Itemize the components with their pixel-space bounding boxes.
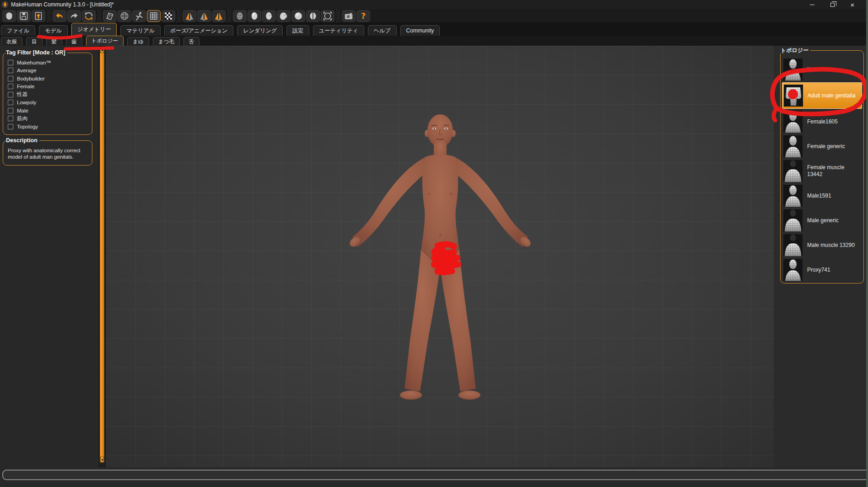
sub-tab-6[interactable]: まつ毛 xyxy=(153,37,180,46)
checkbox[interactable] xyxy=(8,60,13,65)
undo-button[interactable] xyxy=(53,10,66,22)
view-face-button[interactable] xyxy=(233,10,247,22)
menu-tab-7[interactable]: ユーティリティ xyxy=(313,25,364,36)
toolbar-separator xyxy=(336,10,340,22)
close-button[interactable]: × xyxy=(842,0,863,9)
checkbox[interactable] xyxy=(8,108,13,113)
tag-filter-row: Male xyxy=(7,107,88,115)
left-panel: Tag Filter [Mode : OR] Makehuman™Average… xyxy=(0,46,98,467)
tag-filter-row: Lowpoly xyxy=(7,99,88,107)
view-three-quarter-button[interactable] xyxy=(262,10,276,22)
symmetry-right-button[interactable] xyxy=(197,10,211,22)
menu-tab-3[interactable]: マテリアル xyxy=(120,25,160,36)
sub-tab-1[interactable]: 目 xyxy=(26,37,43,46)
view-smooth-button[interactable] xyxy=(248,10,261,22)
makehuman-logo-icon xyxy=(2,1,8,8)
restore-button[interactable] xyxy=(822,0,842,9)
checkbox-label: 筋肉 xyxy=(17,115,27,122)
figure-icon xyxy=(134,11,144,21)
reload-icon xyxy=(84,11,94,21)
pose-mode-button[interactable] xyxy=(132,10,146,22)
screen-edge-strip xyxy=(866,0,868,487)
tag-filter-row: Bodybuilder xyxy=(7,75,88,83)
main-toolbar: ? xyxy=(0,9,868,22)
sub-tab-2[interactable]: 髪 xyxy=(46,37,63,46)
frame-circle-icon xyxy=(323,11,333,21)
split-oval-icon xyxy=(308,11,318,21)
sub-tab-3[interactable]: 歯 xyxy=(66,37,82,46)
save-icon xyxy=(19,11,29,21)
menu-tab-1[interactable]: モデル xyxy=(39,25,68,36)
view-profile-button[interactable] xyxy=(277,10,291,22)
sub-tab-7[interactable]: 舌 xyxy=(183,37,200,46)
toolbar-separator xyxy=(97,10,101,22)
texture-checker-button[interactable] xyxy=(162,10,175,22)
checkbox-label: 性器 xyxy=(17,91,27,98)
human-model[interactable] xyxy=(344,113,536,406)
mirror-left-icon xyxy=(184,11,194,21)
reload-button[interactable] xyxy=(82,10,96,22)
topology-item-male-generic[interactable]: Male generic xyxy=(782,208,863,233)
checkbox[interactable] xyxy=(8,68,13,73)
status-input[interactable] xyxy=(2,470,868,480)
torso-mesh-thumbnail xyxy=(783,234,803,256)
status-area xyxy=(0,467,868,487)
wireframe-button[interactable] xyxy=(118,10,131,22)
grid-icon xyxy=(149,11,159,21)
head-profile-icon xyxy=(279,11,289,21)
topology-item-none[interactable]: None xyxy=(782,57,863,82)
menu-tab-2[interactable]: ジオメトリー xyxy=(71,23,117,36)
scrollbar-top-handle[interactable] xyxy=(100,48,104,53)
help-button[interactable]: ? xyxy=(356,10,370,22)
checkbox[interactable] xyxy=(8,84,13,89)
checkbox[interactable] xyxy=(8,92,13,97)
checkbox[interactable] xyxy=(8,124,13,129)
tag-filter-row: Topology xyxy=(7,123,88,131)
topology-item-female-muscle-13442[interactable]: Female muscle 13442 xyxy=(782,159,863,183)
menu-tab-0[interactable]: ファイル xyxy=(1,25,35,36)
view-split-button[interactable] xyxy=(306,10,320,22)
topology-item-label: Male muscle 13290 xyxy=(807,242,861,249)
viewport-3d[interactable] xyxy=(106,46,774,467)
topology-item-male-muscle-13290[interactable]: Male muscle 13290 xyxy=(782,233,863,257)
topology-item-male1591[interactable]: Male1591 xyxy=(782,183,863,208)
export-model-button[interactable] xyxy=(32,10,45,22)
close-icon: × xyxy=(851,1,855,8)
minimize-button[interactable] xyxy=(802,0,822,9)
title-bar: MakeHuman Community 1.3.0 - [Untitled]* … xyxy=(0,0,868,9)
sub-tab-0[interactable]: 衣服 xyxy=(1,37,22,46)
left-panel-scrollbar[interactable] xyxy=(98,46,106,467)
checkbox[interactable] xyxy=(8,100,13,105)
topology-item-proxy741[interactable]: Proxy741 xyxy=(782,257,863,282)
redo-button[interactable] xyxy=(67,10,81,22)
svg-text:?: ? xyxy=(361,11,366,21)
scrollbar-bottom-handle[interactable] xyxy=(100,457,104,462)
menu-tab-6[interactable]: 設定 xyxy=(286,25,309,36)
symmetry-both-button[interactable] xyxy=(212,10,226,22)
menu-tab-5[interactable]: レンダリング xyxy=(237,25,283,36)
scrollbar-track[interactable] xyxy=(100,47,104,463)
checker-icon xyxy=(163,11,173,21)
sub-tab-5[interactable]: まゆ xyxy=(127,37,149,46)
checkbox[interactable] xyxy=(8,116,13,121)
topology-item-adult-male-genitalia[interactable]: Adult male genitalia xyxy=(782,82,862,109)
menu-tab-8[interactable]: ヘルプ xyxy=(368,25,397,36)
mirror-right-icon xyxy=(199,11,209,21)
minimize-icon xyxy=(810,5,814,5)
menu-tab-9[interactable]: Community xyxy=(400,25,440,36)
view-frame-button[interactable] xyxy=(321,10,334,22)
smooth-mesh-button[interactable] xyxy=(103,10,117,22)
symmetry-left-button[interactable] xyxy=(183,10,196,22)
new-model-button[interactable] xyxy=(2,10,16,22)
topology-item-female1605[interactable]: Female1605 xyxy=(782,109,863,134)
topology-item-female-generic[interactable]: Female generic xyxy=(782,134,863,159)
view-sphere-button[interactable] xyxy=(291,10,305,22)
plane-icon xyxy=(105,11,115,21)
menu-tab-4[interactable]: ポーズ/アニメーション xyxy=(164,25,234,36)
export-icon xyxy=(33,11,43,21)
grid-toggle-button[interactable] xyxy=(147,10,161,22)
save-model-button[interactable] xyxy=(17,10,31,22)
sub-tab-4[interactable]: トポロジー xyxy=(86,36,124,46)
checkbox[interactable] xyxy=(8,76,13,81)
screenshot-button[interactable] xyxy=(342,10,356,22)
